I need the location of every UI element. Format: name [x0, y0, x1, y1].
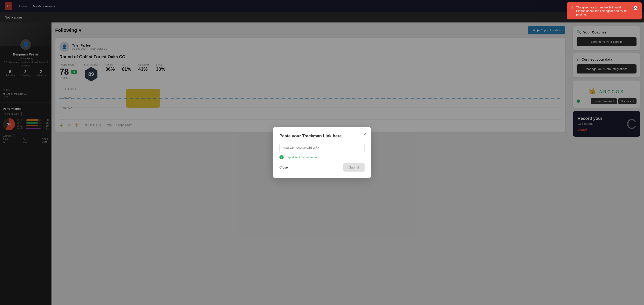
error-close-button[interactable]: ✕ [634, 6, 638, 10]
modal-close-x-button[interactable]: ✕ [364, 131, 367, 136]
error-warning-icon: ⚠ [571, 6, 574, 9]
trackman-link-input[interactable] [280, 143, 364, 152]
modal-overlay[interactable]: Paste your Trackman Link here. ✕ ✓ Repor… [0, 0, 644, 305]
error-toast: ⚠ The given trackman link is invalid. Pl… [567, 2, 642, 20]
modal-title: Paste your Trackman Link here. [280, 134, 364, 138]
error-message: The given trackman link is invalid. Plea… [576, 6, 631, 16]
success-message-text: Report sent for processing [286, 156, 318, 159]
modal-footer: Close Submit [280, 163, 364, 172]
success-icon: ✓ [280, 155, 284, 160]
modal-submit-button[interactable]: Submit [343, 163, 364, 172]
trackman-modal: Paste your Trackman Link here. ✕ ✓ Repor… [273, 127, 371, 178]
modal-close-button[interactable]: Close [280, 166, 288, 169]
success-message-row: ✓ Report sent for processing [280, 155, 364, 160]
